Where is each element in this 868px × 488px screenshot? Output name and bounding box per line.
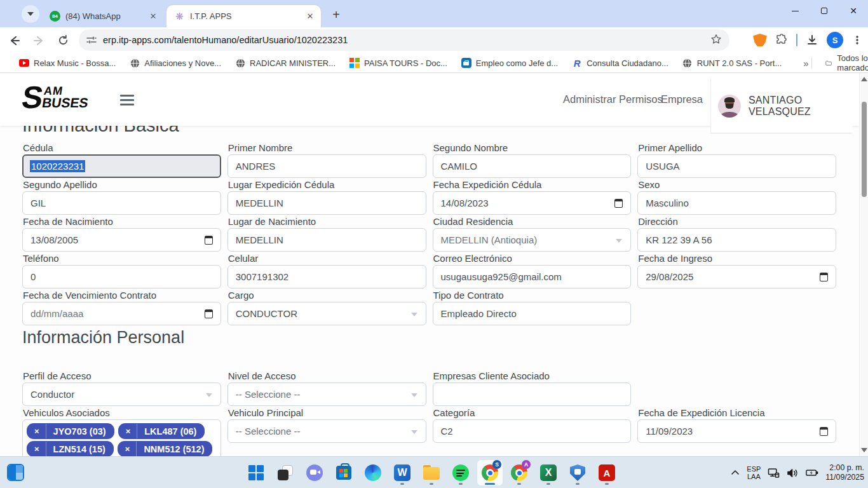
field-label: Empresas Cliente Asociado <box>433 370 632 381</box>
menu-hamburger-icon[interactable] <box>120 95 134 108</box>
edge-icon <box>365 464 381 481</box>
segundo-apellido-input[interactable]: GIL <box>22 191 221 215</box>
tab-whatsapp[interactable]: 84 (84) WhatsApp ✕ <box>42 5 164 27</box>
extensions-puzzle-icon[interactable] <box>775 34 788 46</box>
fecha-vencimiento-date-input[interactable]: dd/mm/aaaa <box>22 302 221 325</box>
calendar-icon[interactable] <box>820 427 828 436</box>
primer-apellido-input[interactable]: USUGA <box>637 154 836 178</box>
network-icon[interactable] <box>768 468 780 478</box>
telefono-input[interactable]: 0 <box>22 265 221 288</box>
page-scrollbar[interactable] <box>859 73 868 456</box>
close-tab-icon[interactable]: ✕ <box>147 11 159 22</box>
fecha-expedicion-date-input[interactable]: 14/08/2023 <box>433 191 632 215</box>
teams-chat-button[interactable] <box>302 460 327 485</box>
battery-charging-icon[interactable] <box>806 468 818 477</box>
bookmark-star-button[interactable] <box>710 34 722 47</box>
remove-tag-icon[interactable]: × <box>118 424 138 438</box>
empresas-cliente-input[interactable] <box>433 383 632 406</box>
file-explorer-button[interactable] <box>419 460 444 485</box>
security-app-button[interactable] <box>565 460 590 485</box>
bookmark-afiliaciones[interactable]: Afiliaciones y Nove... <box>130 58 221 68</box>
microsoft-store-button[interactable] <box>331 460 356 485</box>
ciudad-residencia-select[interactable]: MEDELLIN (Antioquia) <box>433 228 632 252</box>
close-tab-icon[interactable]: ✕ <box>304 11 316 22</box>
browser-menu-icon[interactable] <box>851 34 863 46</box>
new-tab-button[interactable]: + <box>328 6 344 23</box>
bookmark-consulta-ciudadano[interactable]: RConsulta Ciudadano... <box>572 58 668 68</box>
nav-empresa[interactable]: Empresa <box>661 73 703 126</box>
bookmark-relax-music[interactable]: Relax Music - Bossa... <box>19 58 116 68</box>
chrome-profile-s-button[interactable]: S <box>477 460 503 485</box>
bookmarks-overflow-button[interactable]: » <box>803 58 808 69</box>
calendar-icon[interactable] <box>205 236 213 245</box>
close-window-button[interactable]: ✕ <box>839 0 868 22</box>
sexo-input[interactable]: Masculino <box>637 191 836 215</box>
remove-tag-icon[interactable]: × <box>27 424 46 438</box>
language-indicator[interactable]: ESPLAA <box>747 465 761 480</box>
field-label: Fecha de Nacimiento <box>23 216 221 227</box>
cargo-select[interactable]: CONDUCTOR <box>227 302 426 325</box>
direccion-input[interactable]: KR 122 39 A 56 <box>637 228 836 252</box>
field-fecha-expedicion: Fecha Expedición Cédula 14/08/2023 <box>433 179 632 215</box>
remove-tag-icon[interactable]: × <box>118 442 137 456</box>
forward-button[interactable] <box>29 31 48 50</box>
fecha-ingreso-date-input[interactable]: 29/08/2025 <box>637 265 836 288</box>
downloads-icon[interactable] <box>806 34 818 46</box>
primer-nombre-input[interactable]: ANDRES <box>227 154 426 178</box>
tab-itp-apps[interactable]: ❋ I.T.P. APPS ✕ <box>166 5 321 27</box>
scroll-up-arrow[interactable] <box>861 77 867 81</box>
word-button[interactable]: W <box>390 460 415 485</box>
reload-button[interactable] <box>53 31 72 50</box>
metamask-extension-icon[interactable] <box>753 34 767 46</box>
task-view-button[interactable] <box>273 460 298 485</box>
remove-tag-icon[interactable]: × <box>27 442 46 456</box>
taskbar-clock[interactable]: 2:00 p. m.11/09/2025 <box>825 463 864 482</box>
tipo-contrato-input[interactable]: Empleado Directo <box>433 302 632 325</box>
widgets-icon[interactable] <box>7 464 24 481</box>
bookmark-paisa-tours[interactable]: PAISA TOURS - Doc... <box>349 58 447 68</box>
bookmark-runt[interactable]: RUNT 2.0 SAS - Port... <box>682 58 782 68</box>
minimize-button[interactable] <box>780 0 810 22</box>
browser-profile-avatar[interactable]: S <box>827 32 843 48</box>
system-tray: ESPLAA 2:00 p. m.11/09/2025 <box>731 457 864 488</box>
user-menu[interactable]: SANTIAGO VELASQUEZ <box>710 79 852 133</box>
url-bar[interactable]: erp.itp-apps.com/talentoHumano/editarUsu… <box>79 29 729 51</box>
calendar-icon[interactable] <box>614 199 623 208</box>
correo-input[interactable]: usugausuga925@gmail.com <box>433 265 632 288</box>
field-label: Teléfono <box>23 253 221 264</box>
fecha-nacimiento-date-input[interactable]: 13/08/2005 <box>22 228 221 252</box>
nivel-acceso-select[interactable]: -- Seleccione -- <box>227 383 426 406</box>
acrobat-button[interactable]: A <box>594 460 620 485</box>
maximize-button[interactable] <box>810 0 839 22</box>
celular-input[interactable]: 3007191302 <box>227 265 426 288</box>
excel-button[interactable]: X <box>536 460 561 485</box>
word-icon: W <box>394 464 410 481</box>
start-button[interactable] <box>243 460 269 485</box>
tab-search-button[interactable] <box>22 5 39 23</box>
back-button[interactable] <box>5 31 24 50</box>
perfil-acceso-select[interactable]: Conductor <box>22 383 221 406</box>
fecha-licencia-date-input[interactable]: 11/09/2023 <box>637 419 836 443</box>
lugar-expedicion-input[interactable]: MEDELLIN <box>227 191 426 215</box>
bookmark-radicar[interactable]: RADICAR MINISTER... <box>235 58 336 68</box>
spotify-button[interactable] <box>448 460 473 485</box>
segundo-nombre-input[interactable]: CAMILO <box>433 154 632 178</box>
bookmark-empleo[interactable]: Empleo como Jefe d... <box>461 58 558 68</box>
categoria-input[interactable]: C2 <box>433 419 632 443</box>
nav-administrar-permisos[interactable]: Administrar Permisos <box>563 73 663 126</box>
edge-button[interactable] <box>360 460 386 485</box>
calendar-icon[interactable] <box>820 273 828 281</box>
vehiculo-principal-select[interactable]: -- Seleccione -- <box>227 419 426 443</box>
volume-icon[interactable] <box>787 468 799 478</box>
scroll-down-arrow[interactable] <box>861 448 867 452</box>
chrome-profile-a-button[interactable]: A <box>506 460 532 485</box>
taskbar-center-icons: W S A X A <box>243 460 620 485</box>
lugar-nacimiento-input[interactable]: MEDELLIN <box>227 228 426 252</box>
browser-tab-strip: 84 (84) WhatsApp ✕ ❋ I.T.P. APPS ✕ + ✕ <box>0 0 868 27</box>
scrollbar-thumb[interactable] <box>862 102 867 197</box>
vehiculos-asociados-multiselect[interactable]: ×JYO703 (03) ×LKL487 (06) ×LZN514 (15) ×… <box>22 419 221 456</box>
all-bookmarks-button[interactable]: Todos los marcadores <box>809 53 868 72</box>
tray-chevron-up-icon[interactable] <box>731 470 740 476</box>
cedula-input[interactable]: 1020223231 <box>22 154 221 178</box>
calendar-icon[interactable] <box>205 309 213 318</box>
